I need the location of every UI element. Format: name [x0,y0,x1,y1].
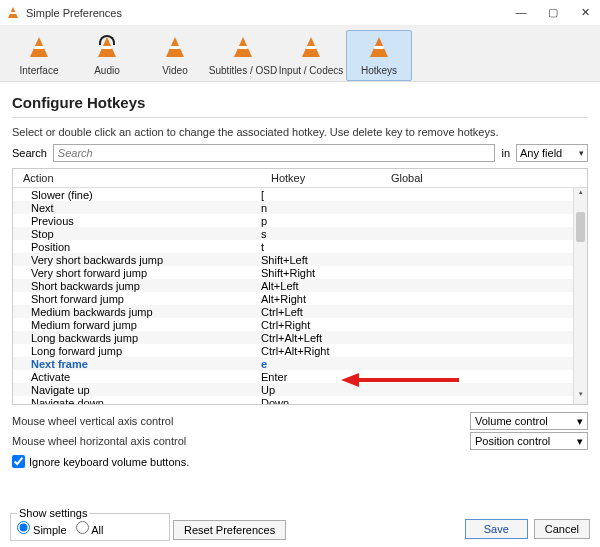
divider [12,117,588,118]
action-cell: Long forward jump [13,345,261,357]
table-row[interactable]: Medium forward jumpCtrl+Right [13,318,587,331]
wheel-vertical-dropdown[interactable]: Volume control ▾ [470,412,588,430]
close-button[interactable]: ✕ [576,6,594,19]
col-action[interactable]: Action [13,169,261,187]
wheel-horizontal-dropdown[interactable]: Position control ▾ [470,432,588,450]
tab-interface[interactable]: Interface [6,30,72,81]
table-row[interactable]: Short backwards jumpAlt+Left [13,279,587,292]
show-all-option[interactable]: All [76,524,104,536]
maximize-button[interactable]: ▢ [544,6,562,19]
preference-tabs: Interface Audio Video Subtitles / OSD In… [0,26,600,82]
hotkey-cell: Alt+Right [261,293,381,305]
tab-audio[interactable]: Audio [74,30,140,81]
search-scope-dropdown[interactable]: Any field ▾ [516,144,588,162]
table-row[interactable]: Long backwards jumpCtrl+Alt+Left [13,331,587,344]
table-row[interactable]: Stops [13,227,587,240]
table-row[interactable]: Navigate upUp [13,383,587,396]
col-global[interactable]: Global [381,169,587,187]
chevron-down-icon: ▾ [577,435,583,448]
hotkey-cell: Enter [261,371,381,383]
hotkey-cell: [ [261,189,381,201]
action-cell: Long backwards jump [13,332,261,344]
table-row[interactable]: Very short backwards jumpShift+Left [13,253,587,266]
action-cell: Slower (fine) [13,189,261,201]
table-row[interactable]: Short forward jumpAlt+Right [13,292,587,305]
wheel-horizontal-label: Mouse wheel horizontal axis control [12,435,186,447]
reset-preferences-button[interactable]: Reset Preferences [173,520,286,540]
wheel-horizontal-value: Position control [475,435,550,447]
titlebar: Simple Preferences — ▢ ✕ [0,0,600,26]
tab-label: Interface [20,65,59,76]
scroll-down-icon[interactable]: ▾ [574,390,587,404]
action-cell: Position [13,241,261,253]
show-settings-legend: Show settings [17,507,89,519]
cone-icon [161,35,189,61]
cone-icon [365,35,393,61]
hotkey-cell: t [261,241,381,253]
action-cell: Navigate down [13,397,261,405]
search-label: Search [12,147,47,159]
cone-icon [25,35,53,61]
ignore-kb-volume-checkbox[interactable] [12,455,25,468]
tab-label: Hotkeys [361,65,397,76]
in-label: in [501,147,510,159]
action-cell: Short backwards jump [13,280,261,292]
table-row[interactable]: Nextn [13,201,587,214]
table-body: Slower (fine)[NextnPreviouspStopsPositio… [13,188,587,404]
headphones-cone-icon [93,35,121,61]
tab-label: Video [162,65,187,76]
show-all-radio[interactable] [76,521,89,534]
search-input[interactable] [53,144,496,162]
page-title: Configure Hotkeys [12,94,588,111]
action-cell: Medium forward jump [13,319,261,331]
hotkey-cell: Ctrl+Right [261,319,381,331]
tab-subtitles[interactable]: Subtitles / OSD [210,30,276,81]
hotkey-cell: e [261,358,381,370]
hotkey-cell: s [261,228,381,240]
tab-input-codecs[interactable]: Input / Codecs [278,30,344,81]
table-row[interactable]: Very short forward jumpShift+Right [13,266,587,279]
action-cell: Next frame [13,358,261,370]
scroll-up-icon[interactable]: ▴ [574,188,587,202]
action-cell: Very short backwards jump [13,254,261,266]
tab-label: Input / Codecs [279,65,343,76]
table-row[interactable]: Medium backwards jumpCtrl+Left [13,305,587,318]
action-cell: Next [13,202,261,214]
tab-hotkeys[interactable]: Hotkeys [346,30,412,81]
hotkey-cell: Shift+Left [261,254,381,266]
hotkey-cell: Ctrl+Alt+Right [261,345,381,357]
vlc-cone-icon [6,6,20,20]
table-header[interactable]: Action Hotkey Global [13,169,587,188]
show-simple-option[interactable]: Simple [17,524,67,536]
ignore-kb-volume-label: Ignore keyboard volume buttons. [29,456,189,468]
hotkey-cell: Up [261,384,381,396]
action-cell: Activate [13,371,261,383]
table-row[interactable]: ActivateEnter [13,370,587,383]
action-cell: Very short forward jump [13,267,261,279]
cancel-button[interactable]: Cancel [534,519,590,539]
minimize-button[interactable]: — [512,6,530,19]
table-row[interactable]: Long forward jumpCtrl+Alt+Right [13,344,587,357]
hotkey-cell: n [261,202,381,214]
scrollbar[interactable]: ▴ ▾ [573,188,587,404]
tab-label: Subtitles / OSD [209,65,277,76]
chevron-down-icon: ▾ [579,148,584,158]
wheel-vertical-value: Volume control [475,415,548,427]
table-row[interactable]: Previousp [13,214,587,227]
tab-video[interactable]: Video [142,30,208,81]
table-row[interactable]: Next framee [13,357,587,370]
hotkey-cell: Ctrl+Left [261,306,381,318]
scroll-thumb[interactable] [576,212,585,242]
table-row[interactable]: Positiont [13,240,587,253]
show-settings-group: Show settings Simple All [10,507,170,541]
hotkey-cell: Alt+Left [261,280,381,292]
col-hotkey[interactable]: Hotkey [261,169,381,187]
show-simple-radio[interactable] [17,521,30,534]
save-button[interactable]: Save [465,519,528,539]
table-row[interactable]: Navigate downDown [13,396,587,404]
search-scope-value: Any field [520,147,562,159]
action-cell: Navigate up [13,384,261,396]
table-row[interactable]: Slower (fine)[ [13,188,587,201]
cone-icon [297,35,325,61]
cone-icon [229,35,257,61]
